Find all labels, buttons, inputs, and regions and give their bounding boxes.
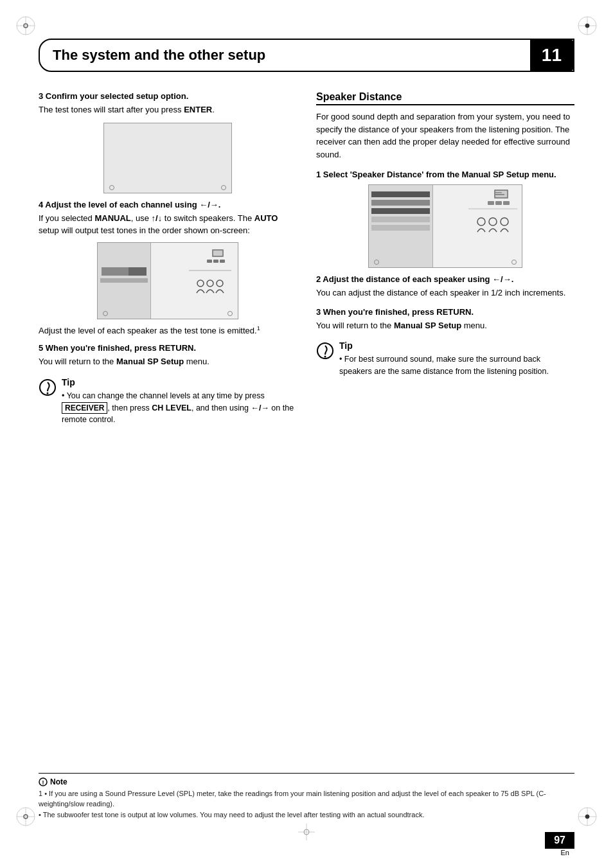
left-tip-box: Tip • You can change the channel levels …: [39, 377, 297, 426]
speaker-distance-intro: For good sound depth and separation from…: [316, 111, 574, 161]
svg-point-15: [585, 815, 589, 819]
right-step2-text: You can adjust the distance of each spea…: [316, 287, 574, 299]
left-tip-content: Tip • You can change the channel levels …: [62, 377, 297, 426]
svg-rect-20: [220, 260, 225, 263]
svg-rect-31: [488, 201, 494, 205]
right-step2-section: 2 Adjust the distance of each speaker us…: [316, 274, 574, 299]
right-step1-section: 1 Select 'Speaker Distance' from the Man…: [316, 170, 574, 268]
step4-screen: [97, 242, 238, 319]
svg-text:!: !: [42, 779, 44, 786]
screen4-dot-left: [103, 311, 108, 316]
corner-mark-tl: [13, 13, 39, 39]
manual-word: MANUAL: [94, 213, 130, 223]
receiver-key: RECEIVER: [62, 402, 107, 414]
updown-arrows: ↑/↓: [152, 213, 163, 223]
ch-level-key: CH LEVEL: [152, 403, 191, 412]
chapter-title: The system and the other setup: [40, 42, 530, 69]
highlight-bar: [102, 267, 147, 276]
svg-point-35: [477, 218, 485, 226]
note-icon: !: [39, 777, 48, 786]
right-tip-text: • For best surround sound, make sure the…: [339, 353, 574, 378]
corner-mark-tr: [574, 13, 600, 39]
corner-mark-br: [574, 804, 600, 829]
step5-manual: Manual SP Setup: [116, 357, 184, 366]
content-columns: 3 Confirm your selected setup option. Th…: [39, 91, 574, 434]
step3-text: The test tones will start after you pres…: [39, 103, 297, 116]
page-number: 97: [545, 832, 574, 849]
svg-rect-17: [213, 251, 222, 256]
right-step2-heading: 2 Adjust the distance of each speaker us…: [316, 274, 574, 284]
screen4-dot-right: [227, 311, 233, 316]
speaker-distance-title: Speaker Distance: [316, 91, 574, 105]
step5-text: You will return to the Manual SP Setup m…: [39, 355, 297, 368]
auto-word: AUTO: [254, 213, 278, 223]
step3-screen: [103, 123, 232, 193]
step4-heading: 4 Adjust the level of each channel using…: [39, 200, 297, 209]
note-section: ! Note 1 • If you are using a Sound Pres…: [39, 773, 574, 820]
left-column: 3 Confirm your selected setup option. Th…: [39, 91, 297, 434]
left-tip-title: Tip: [62, 377, 297, 387]
right-tip-title: Tip: [339, 341, 574, 351]
step5-heading: 5 When you're finished, press RETURN.: [39, 343, 297, 353]
svg-point-39: [324, 356, 326, 358]
right-step3-section: 3 When you're finished, press RETURN. Yo…: [316, 307, 574, 332]
center-bottom-mark: [297, 822, 316, 844]
small-bar: [100, 278, 148, 283]
step3-heading: 3 Confirm your selected setup option.: [39, 91, 297, 101]
note-text-2: • The subwoofer test tone is output at l…: [39, 810, 574, 820]
right-column: Speaker Distance For good sound depth an…: [316, 91, 574, 434]
svg-point-7: [585, 24, 589, 28]
step5-section: 5 When you're finished, press RETURN. Yo…: [39, 343, 297, 368]
speaker-icons: [188, 248, 233, 314]
menu-line-5: [371, 225, 430, 231]
tip-icon-left: [39, 378, 57, 426]
left-tip-text: • You can change the channel levels at a…: [62, 390, 297, 426]
right-speaker-icons: [467, 188, 519, 261]
right-step3-heading: 3 When you're finished, press RETURN.: [316, 307, 574, 317]
right-tip-content: Tip • For best surround sound, make sure…: [339, 341, 574, 378]
note-text-1: 1 • If you are using a Sound Pressure Le…: [39, 788, 574, 810]
step4-arrows: ←/→: [199, 200, 218, 209]
chapter-number: 11: [530, 40, 573, 71]
corner-mark-bl: [13, 804, 39, 829]
svg-rect-32: [495, 201, 502, 205]
right-step1-heading: 1 Select 'Speaker Distance' from the Man…: [316, 170, 574, 179]
screen-left-panel: [98, 243, 151, 319]
screen-dot-left: [109, 185, 114, 190]
page-lang: En: [561, 849, 569, 856]
svg-point-26: [47, 392, 49, 394]
right-step1-screen: [368, 184, 522, 268]
svg-rect-33: [503, 201, 510, 205]
svg-point-24: [217, 280, 223, 287]
right-tip-box: Tip • For best surround sound, make sure…: [316, 341, 574, 378]
right-manual-sp: Manual SP Setup: [394, 321, 461, 330]
svg-rect-19: [213, 260, 218, 263]
right-screen-left-panel: [369, 185, 433, 267]
step4-section: 4 Adjust the level of each channel using…: [39, 200, 297, 337]
tip-icon-right: [316, 342, 334, 378]
menu-line-1: [371, 191, 430, 197]
menu-line-4: [371, 217, 430, 222]
right-screen1-dot-left: [374, 260, 379, 265]
right-step3-text: You will return to the Manual SP Setup m…: [316, 319, 574, 332]
step4-text: If you selected MANUAL, use ↑/↓ to switc…: [39, 212, 297, 237]
svg-point-22: [197, 280, 204, 287]
svg-rect-30: [495, 194, 504, 195]
menu-line-3: [371, 208, 430, 214]
step3-section: 3 Confirm your selected setup option. Th…: [39, 91, 297, 193]
enter-key: ENTER: [184, 105, 212, 114]
svg-point-23: [207, 280, 213, 287]
menu-line-2: [371, 200, 430, 206]
svg-rect-18: [207, 260, 212, 263]
note-title: ! Note: [39, 777, 574, 786]
right-screen1-dot-right: [511, 260, 517, 265]
svg-rect-29: [495, 192, 502, 193]
svg-point-37: [501, 218, 508, 226]
svg-point-36: [489, 218, 497, 226]
step3-heading-text: 3 Confirm your selected setup option.: [39, 91, 188, 101]
page-header: The system and the other setup 11: [39, 39, 574, 72]
tip-arrows: ←/→: [251, 403, 269, 412]
screen-dot-right: [221, 185, 226, 190]
step4-note-text: Adjust the level of each speaker as the …: [39, 324, 297, 337]
